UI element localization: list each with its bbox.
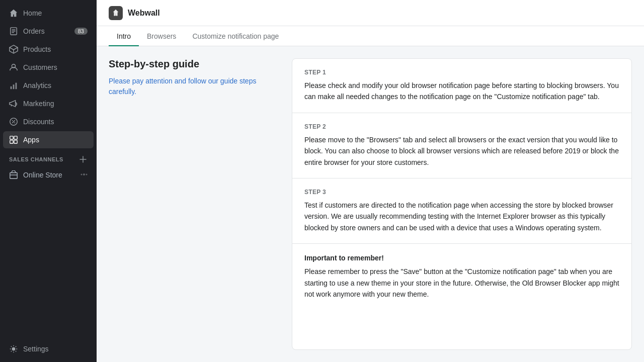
discounts-icon (9, 117, 18, 126)
svg-rect-14 (10, 136, 13, 139)
app-title: Webwall (128, 9, 160, 18)
step-2-block: STEP 2 Please move to the "Browsers" tab… (292, 113, 631, 178)
sidebar-item-label: Home (23, 9, 42, 17)
svg-point-23 (12, 347, 15, 350)
main-content: Step-by-step guide Please pay attention … (97, 46, 644, 362)
svg-rect-16 (10, 140, 13, 143)
marketing-icon (9, 99, 18, 108)
svg-point-22 (86, 173, 88, 175)
step-3-text: Test if customers are directed to the no… (304, 200, 619, 233)
svg-rect-18 (10, 173, 17, 179)
sidebar-item-label: Analytics (23, 81, 51, 89)
sidebar-item-apps[interactable]: Apps (3, 131, 94, 148)
important-block: Important to remember! Please remember t… (292, 244, 631, 310)
step-1-text: Please check and modify your old browser… (304, 80, 619, 103)
step-2-number: STEP 2 (304, 123, 619, 130)
app-icon (109, 6, 123, 20)
sidebar-item-online-store[interactable]: Online Store (3, 166, 94, 184)
add-sales-channel-button[interactable] (78, 155, 88, 164)
analytics-icon (9, 81, 18, 90)
sidebar-item-analytics[interactable]: Analytics (3, 77, 94, 94)
step-1-number: STEP 1 (304, 69, 619, 76)
svg-rect-17 (14, 140, 17, 143)
settings-label: Settings (23, 345, 49, 353)
sidebar-item-label: Orders (23, 27, 45, 35)
orders-icon (9, 27, 18, 36)
step-1-block: STEP 1 Please check and modify your old … (292, 59, 631, 113)
guide-panel: Step-by-step guide Please pay attention … (109, 58, 280, 350)
tab-browsers[interactable]: Browsers (139, 26, 184, 46)
step-3-number: STEP 3 (304, 189, 619, 196)
products-icon (9, 45, 18, 54)
svg-rect-7 (13, 84, 15, 89)
sidebar-item-products[interactable]: Products (3, 41, 94, 58)
customers-icon (9, 63, 18, 72)
orders-badge: 83 (74, 28, 88, 35)
important-text: Please remember to press the "Save" butt… (304, 266, 619, 300)
steps-panel: STEP 1 Please check and modify your old … (292, 58, 632, 350)
svg-point-12 (12, 120, 13, 121)
step-2-text: Please move to the "Browsers" tab and se… (304, 134, 619, 168)
home-icon (9, 9, 18, 18)
important-title: Important to remember! (304, 254, 619, 262)
svg-point-24 (115, 14, 117, 16)
online-store-settings-icon[interactable] (80, 171, 88, 179)
sidebar-item-home[interactable]: Home (3, 5, 94, 22)
sidebar-item-marketing[interactable]: Marketing (3, 95, 94, 112)
tab-intro[interactable]: Intro (109, 26, 139, 46)
sidebar-item-label: Apps (23, 136, 39, 144)
svg-rect-6 (11, 86, 12, 89)
sidebar-item-label: Discounts (23, 118, 54, 126)
apps-icon (9, 135, 18, 144)
sidebar-item-settings[interactable]: Settings (3, 340, 94, 357)
sidebar-item-customers[interactable]: Customers (3, 59, 94, 76)
svg-point-21 (81, 173, 83, 175)
settings-icon (9, 344, 18, 353)
sidebar-item-orders[interactable]: Orders 83 (3, 23, 94, 40)
svg-point-13 (14, 122, 15, 123)
svg-point-20 (83, 173, 85, 175)
tab-bar: Intro Browsers Customize notification pa… (97, 26, 644, 46)
app-header: Webwall (97, 0, 644, 26)
guide-title: Step-by-step guide (109, 58, 280, 70)
online-store-icon (9, 170, 18, 179)
sales-channels-section: SALES CHANNELS (0, 149, 97, 166)
sidebar-item-label: Marketing (23, 100, 54, 108)
svg-rect-15 (14, 136, 17, 139)
sidebar-item-label: Products (23, 45, 51, 53)
sidebar-item-label: Customers (23, 63, 57, 71)
step-3-block: STEP 3 Test if customers are directed to… (292, 178, 631, 244)
online-store-label: Online Store (23, 171, 62, 179)
guide-subtitle: Please pay attention and follow our guid… (109, 76, 280, 97)
svg-rect-8 (16, 83, 17, 89)
sidebar-item-discounts[interactable]: Discounts (3, 113, 94, 130)
tab-customize[interactable]: Customize notification page (184, 26, 287, 46)
